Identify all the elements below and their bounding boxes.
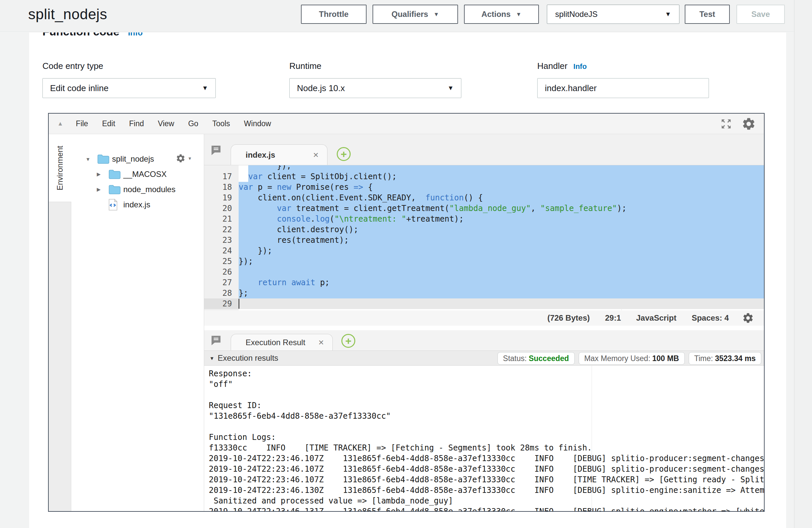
handler-info-link[interactable]: Info (574, 62, 586, 71)
log-line: f13330cc INFO [TIME TRACKER] => [Fetchin… (204, 442, 764, 453)
log-line: Response: (204, 368, 764, 379)
actions-button[interactable]: Actions ▼ (464, 5, 539, 24)
save-button-label: Save (751, 10, 770, 19)
tree-item-label: index.js (123, 200, 150, 209)
environment-strip: Environment (49, 134, 71, 511)
status-items: (726 Bytes)29:1JavaScriptSpaces: 4 (547, 313, 729, 323)
chevron-down-icon: ▼ (447, 85, 454, 92)
menu-item-tools[interactable]: Tools (212, 119, 230, 128)
code-line-28: 28}; (204, 288, 764, 298)
line-number: 22 (204, 224, 238, 235)
clipped-panel-heading: Function codeInfo (42, 32, 341, 40)
tree-item-__MACOSX[interactable]: ▶__MACOSX (72, 166, 204, 182)
tree-item-label: node_modules (123, 185, 175, 194)
line-number: 21 (204, 214, 238, 224)
test-button[interactable]: Test (685, 5, 730, 24)
tree-item-label: __MACOSX (123, 170, 167, 179)
folder-icon (108, 169, 122, 179)
chevron-down-icon[interactable]: ▼ (209, 355, 215, 361)
code-text: client.destroy(); (238, 224, 764, 235)
fullscreen-icon[interactable] (720, 118, 732, 130)
handler-input[interactable] (537, 78, 709, 98)
code-text: var client = SplitObj.client(); (238, 171, 764, 182)
tree-item-node_modules[interactable]: ▶node_modules (72, 182, 204, 197)
line-number: 28 (204, 288, 238, 298)
file-tree[interactable]: ▼split_nodejs▼▶__MACOSX▶node_modulesinde… (72, 134, 204, 511)
execution-result-tab[interactable]: Execution Result × (231, 334, 333, 350)
menu-item-window[interactable]: Window (244, 119, 271, 128)
chevron-right-icon[interactable]: ▶ (97, 187, 108, 192)
close-icon[interactable]: × (319, 338, 332, 347)
throttle-button-label: Throttle (319, 10, 348, 19)
code-cell: var client = SplitObj.client(); (238, 171, 764, 182)
editor-settings-gear-icon[interactable] (742, 312, 754, 324)
page-scrollbar[interactable] (794, 0, 812, 528)
qualifiers-button[interactable]: Qualifiers ▼ (373, 5, 458, 24)
tree-item-index.js[interactable]: index.js (72, 197, 204, 212)
tab-list-icon[interactable] (209, 144, 222, 158)
menu-item-edit[interactable]: Edit (102, 119, 115, 128)
new-tab-button[interactable]: + (342, 334, 355, 348)
log-line (204, 390, 764, 400)
log-line: Sanitized and processed value => [lambda… (204, 496, 764, 506)
close-icon[interactable]: × (313, 150, 327, 160)
code-cell: var p = new Promise(res => { (238, 182, 764, 192)
code-line-25: 25}); (204, 256, 764, 267)
code-text: return await p; (238, 277, 764, 288)
folder-icon (97, 154, 111, 164)
code-editor[interactable]: });17 var client = SplitObj.client();18v… (204, 165, 764, 310)
code-line-24: 24 }); (204, 246, 764, 256)
menu-item-view[interactable]: View (158, 119, 174, 128)
menu-item-go[interactable]: Go (188, 119, 199, 128)
code-cell: return await p; (238, 277, 764, 288)
line-number: 18 (204, 182, 238, 192)
badge-value: Succeeded (528, 354, 569, 363)
gutter-cell (204, 165, 238, 171)
menu-item-find[interactable]: Find (129, 119, 144, 128)
chevron-down-icon: ▼ (434, 12, 439, 17)
environment-tab[interactable]: Environment (49, 134, 71, 202)
code-entry-type-select[interactable]: Edit code inline ▼ (42, 78, 216, 98)
tree-settings-gear-icon[interactable]: ▼ (176, 153, 192, 163)
collapse-menu-icon[interactable]: ▲ (57, 120, 63, 127)
log-line: Function Logs: (204, 432, 764, 442)
chevron-right-icon[interactable]: ▶ (97, 171, 108, 177)
time-badge: Time:3523.34 ms (689, 352, 761, 365)
text-cursor (238, 299, 239, 309)
code-line-27: 27 return await p; (204, 277, 764, 288)
status-item: JavaScript (636, 313, 677, 323)
runtime-select[interactable]: Node.js 10.x ▼ (289, 78, 461, 98)
ide-settings-gear-icon[interactable] (741, 117, 756, 131)
tab-list-icon[interactable] (209, 334, 222, 348)
editor-tab-index-js[interactable]: index.js × (231, 144, 328, 165)
function-version-select[interactable]: splitNodeJS ▼ (547, 5, 679, 24)
menu-item-file[interactable]: File (76, 119, 88, 128)
tree-item-label: split_nodejs (112, 155, 154, 164)
panel-heading-text: Function code (42, 32, 119, 38)
new-tab-button[interactable]: + (337, 147, 351, 161)
editor-tabbar: index.js × + (204, 134, 764, 165)
code-line-17: 17 var client = SplitObj.client(); (204, 171, 764, 182)
panel-info-link: Info (128, 32, 143, 37)
log-line: 2019-10-24T22:23:46.107Z 131e865f-6eb4-4… (204, 464, 764, 474)
page: { "header": { "title": "split_nodejs", "… (0, 0, 812, 528)
code-cell: client.destroy(); (238, 224, 764, 235)
code-text: res(treatment); (238, 235, 764, 246)
line-number: 29 (204, 298, 238, 309)
code-line-18: 18var p = new Promise(res => { (204, 182, 764, 192)
line-number: 25 (204, 256, 238, 267)
code-text: var treatment = client.getTreatment("lam… (238, 203, 764, 214)
line-number: 17 (204, 171, 238, 182)
chevron-down-icon[interactable]: ▼ (86, 156, 97, 162)
folder-icon (108, 184, 122, 195)
execution-tabbar: Execution Result × + (204, 330, 764, 351)
tree-item-split_nodejs[interactable]: ▼split_nodejs▼ (72, 151, 204, 166)
ide-window: ▲ FileEditFindViewGoToolsWindow Environm… (48, 113, 765, 512)
throttle-button[interactable]: Throttle (301, 5, 366, 24)
execution-log[interactable]: Response:"off" Request ID:"131e865f-6eb4… (204, 366, 764, 511)
save-button[interactable]: Save (737, 5, 785, 24)
chevron-down-icon: ▼ (665, 11, 671, 18)
test-button-label: Test (699, 10, 715, 19)
chevron-down-icon: ▼ (516, 12, 522, 17)
qualifiers-button-label: Qualifiers (391, 10, 428, 19)
